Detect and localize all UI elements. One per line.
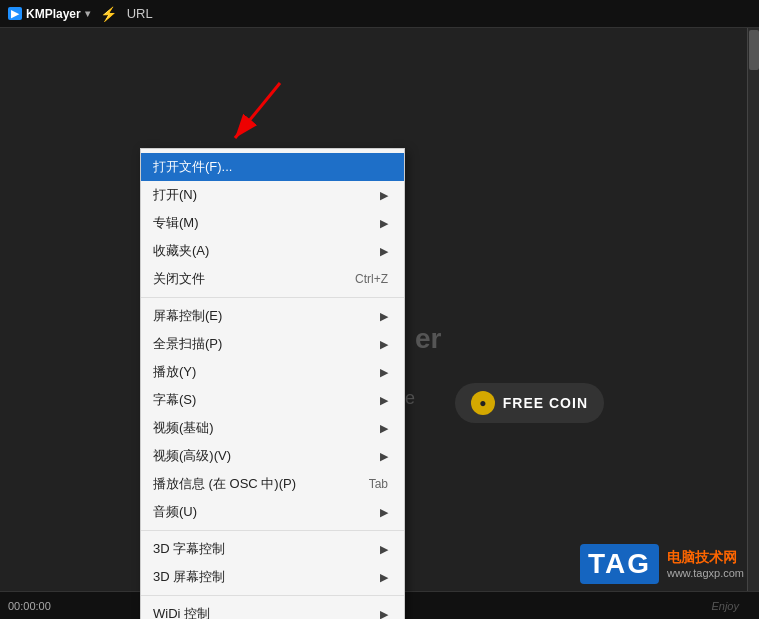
menu-item-shortcut: Ctrl+Z	[355, 272, 388, 286]
menu-item-audio[interactable]: 音频(U)▶	[141, 498, 404, 526]
main-video-area: er e 打开文件(F)...打开(N)▶专辑(M)▶收藏夹(A)▶关闭文件Ct…	[0, 28, 759, 619]
menu-item-3d-screen[interactable]: 3D 屏幕控制▶	[141, 563, 404, 591]
enjoy-label: Enjoy	[711, 600, 739, 612]
tag-site-title: 电脑技术网	[667, 549, 737, 567]
menu-item-close-file[interactable]: 关闭文件Ctrl+Z	[141, 265, 404, 293]
bg-text-er: er	[415, 323, 441, 355]
tag-logo: TAG	[580, 544, 659, 584]
tag-text-block: 电脑技术网 www.tagxp.com	[667, 549, 744, 579]
submenu-arrow-icon: ▶	[380, 310, 388, 323]
menu-item-label: 关闭文件	[153, 270, 205, 288]
menu-item-label: 全景扫描(P)	[153, 335, 222, 353]
svg-line-1	[235, 83, 280, 138]
bg-text-e: e	[405, 388, 415, 409]
menu-item-album[interactable]: 专辑(M)▶	[141, 209, 404, 237]
menu-item-label: 专辑(M)	[153, 214, 199, 232]
menu-separator	[141, 297, 404, 298]
menu-item-label: 3D 屏幕控制	[153, 568, 225, 586]
url-label[interactable]: URL	[127, 6, 153, 21]
submenu-arrow-icon: ▶	[380, 189, 388, 202]
menu-item-label: 视频(基础)	[153, 419, 214, 437]
menu-item-video-basic[interactable]: 视频(基础)▶	[141, 414, 404, 442]
menu-separator	[141, 530, 404, 531]
menu-item-shortcut: Tab	[369, 477, 388, 491]
menu-item-label: 打开(N)	[153, 186, 197, 204]
scrollbar[interactable]	[747, 28, 759, 619]
submenu-arrow-icon: ▶	[380, 608, 388, 620]
scrollbar-thumb[interactable]	[749, 30, 759, 70]
submenu-arrow-icon: ▶	[380, 422, 388, 435]
menu-item-label: 视频(高级)(V)	[153, 447, 231, 465]
coin-icon: ●	[471, 391, 495, 415]
app-name: KMPlayer	[26, 7, 81, 21]
menu-item-panorama[interactable]: 全景扫描(P)▶	[141, 330, 404, 358]
menu-item-label: 收藏夹(A)	[153, 242, 209, 260]
submenu-arrow-icon: ▶	[380, 450, 388, 463]
submenu-arrow-icon: ▶	[380, 245, 388, 258]
submenu-arrow-icon: ▶	[380, 394, 388, 407]
kmp-icon: ▶	[8, 7, 22, 20]
submenu-arrow-icon: ▶	[380, 543, 388, 556]
lightning-icon[interactable]: ⚡	[100, 6, 117, 22]
menu-item-label: 字幕(S)	[153, 391, 196, 409]
submenu-arrow-icon: ▶	[380, 217, 388, 230]
menu-item-favorites[interactable]: 收藏夹(A)▶	[141, 237, 404, 265]
menu-item-play-info[interactable]: 播放信息 (在 OSC 中)(P)Tab	[141, 470, 404, 498]
menu-item-label: 打开文件(F)...	[153, 158, 232, 176]
free-coin-label: FREE COIN	[503, 395, 588, 411]
title-bar: ▶ KMPlayer ▾ ⚡ URL	[0, 0, 759, 28]
submenu-arrow-icon: ▶	[380, 506, 388, 519]
menu-item-video-advanced[interactable]: 视频(高级)(V)▶	[141, 442, 404, 470]
tag-site-url: www.tagxp.com	[667, 567, 744, 579]
submenu-arrow-icon: ▶	[380, 338, 388, 351]
menu-item-open-file[interactable]: 打开文件(F)...	[141, 153, 404, 181]
submenu-arrow-icon: ▶	[380, 571, 388, 584]
app-logo[interactable]: ▶ KMPlayer ▾	[8, 7, 90, 21]
menu-item-label: WiDi 控制	[153, 605, 210, 619]
menu-item-label: 播放(Y)	[153, 363, 196, 381]
submenu-arrow-icon: ▶	[380, 366, 388, 379]
menu-item-screen-ctrl[interactable]: 屏幕控制(E)▶	[141, 302, 404, 330]
time-display: 00:00:00	[8, 600, 51, 612]
menu-item-widi[interactable]: WiDi 控制▶	[141, 600, 404, 619]
menu-separator	[141, 595, 404, 596]
menu-item-open[interactable]: 打开(N)▶	[141, 181, 404, 209]
menu-item-label: 音频(U)	[153, 503, 197, 521]
free-coin-button[interactable]: ● FREE COIN	[455, 383, 604, 423]
menu-item-label: 屏幕控制(E)	[153, 307, 222, 325]
menu-item-3d-subtitle[interactable]: 3D 字幕控制▶	[141, 535, 404, 563]
menu-item-subtitle[interactable]: 字幕(S)▶	[141, 386, 404, 414]
chevron-down-icon: ▾	[85, 8, 90, 19]
context-menu: 打开文件(F)...打开(N)▶专辑(M)▶收藏夹(A)▶关闭文件Ctrl+Z屏…	[140, 148, 405, 619]
menu-item-label: 3D 字幕控制	[153, 540, 225, 558]
tag-watermark: TAG 电脑技术网 www.tagxp.com	[580, 544, 744, 584]
red-arrow-icon	[220, 78, 300, 158]
menu-item-play[interactable]: 播放(Y)▶	[141, 358, 404, 386]
menu-item-label: 播放信息 (在 OSC 中)(P)	[153, 475, 296, 493]
